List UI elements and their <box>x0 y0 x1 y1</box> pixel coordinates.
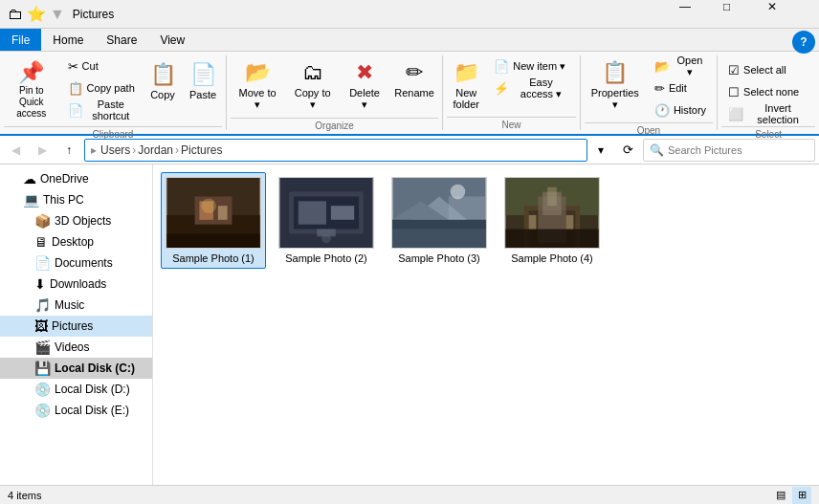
sidebar-item-local-c[interactable]: 💾 Local Disk (C:) <box>0 358 152 379</box>
sidebar-item-videos[interactable]: 🎬 Videos <box>0 337 152 358</box>
paste-shortcut-icon: 📄 <box>68 103 83 118</box>
videos-icon: 🎬 <box>34 340 51 355</box>
title-bar: 🗀 ⭐ ▼ Pictures — □ ✕ <box>0 0 819 29</box>
ribbon-group-organize: 📂 Move to ▾ 🗂 Copy to ▾ ✖ Delete ▾ ✏ Ren… <box>227 55 443 130</box>
copy-button[interactable]: 📋 Copy <box>144 57 182 105</box>
properties-button[interactable]: 📋 Properties ▾ <box>585 55 646 116</box>
forward-button[interactable]: ▶ <box>31 139 54 162</box>
sidebar-item-this-pc[interactable]: 💻 This PC <box>0 189 152 210</box>
delete-button[interactable]: ✖ Delete ▾ <box>341 55 388 116</box>
main-content: ☁ OneDrive 💻 This PC 📦 3D Objects 🖥 Desk… <box>0 164 819 485</box>
open-icon: 📂 <box>654 59 670 74</box>
copy-icon: 📋 <box>150 62 176 87</box>
documents-icon: 📄 <box>34 255 51 271</box>
file-item-photo4[interactable]: Sample Photo (4) <box>499 172 605 269</box>
svg-rect-20 <box>449 196 486 219</box>
svg-rect-28 <box>547 187 557 206</box>
music-icon: 🎵 <box>34 297 51 313</box>
svg-rect-4 <box>218 206 228 220</box>
ribbon-group-new: 📁 Newfolder 📄 New item ▾ ⚡ Easy access ▾… <box>443 55 581 130</box>
pin-quick-access-button[interactable]: 📌 Pin to Quickaccess <box>4 55 59 124</box>
svg-point-5 <box>201 198 216 213</box>
copy-path-icon: 📋 <box>68 81 83 96</box>
svg-rect-6 <box>166 233 259 248</box>
help-button[interactable]: ? <box>792 31 815 54</box>
photo3-label: Sample Photo (3) <box>398 252 480 264</box>
sidebar-item-3d-objects[interactable]: 📦 3D Objects <box>0 210 152 231</box>
move-to-button[interactable]: 📂 Move to ▾ <box>231 55 284 116</box>
move-icon: 📂 <box>245 60 271 85</box>
item-count: 4 items <box>8 490 41 501</box>
local-c-icon: 💾 <box>34 361 51 376</box>
file-item-photo3[interactable]: Sample Photo (3) <box>387 172 492 269</box>
tab-share[interactable]: Share <box>95 29 148 51</box>
new-item-button[interactable]: 📄 New item ▾ <box>487 55 576 77</box>
photo4-label: Sample Photo (4) <box>511 252 593 264</box>
local-d-icon: 💿 <box>34 382 51 397</box>
tab-view[interactable]: View <box>148 29 196 51</box>
new-buttons: 📁 Newfolder 📄 New item ▾ ⚡ Easy access ▾ <box>447 55 576 115</box>
close-button[interactable]: ✕ <box>767 0 811 29</box>
path-part-users[interactable]: Users <box>100 143 130 157</box>
tab-home[interactable]: Home <box>41 29 95 51</box>
copy-to-button[interactable]: 🗂 Copy to ▾ <box>286 55 339 116</box>
pictures-icon: 🖼 <box>34 318 48 334</box>
svg-rect-11 <box>331 206 354 220</box>
path-part-jordan[interactable]: Jordan <box>138 143 173 157</box>
details-view-button[interactable]: ▤ <box>771 487 790 504</box>
svg-rect-10 <box>299 201 326 224</box>
select-all-button[interactable]: ☑ Select all <box>721 59 815 80</box>
address-path[interactable]: ▸ Users › Jordan › Pictures <box>84 139 587 162</box>
maximize-button[interactable]: □ <box>723 0 767 29</box>
edit-button[interactable]: ✏ Edit <box>648 77 713 99</box>
sidebar-item-downloads[interactable]: ⬇ Downloads <box>0 274 152 295</box>
address-bar: ◀ ▶ ↑ ▸ Users › Jordan › Pictures ▾ ⟳ 🔍 <box>0 136 819 164</box>
photo2-label: Sample Photo (2) <box>285 252 367 264</box>
tiles-view-button[interactable]: ⊞ <box>792 487 811 504</box>
copy-path-button[interactable]: 📋 Copy path <box>61 77 142 99</box>
path-separator: ▸ <box>91 143 97 157</box>
invert-icon: ⬜ <box>728 107 743 121</box>
tab-file[interactable]: File <box>0 29 41 51</box>
minimize-button[interactable]: — <box>679 0 723 29</box>
new-col: 📄 New item ▾ ⚡ Easy access ▾ <box>487 55 576 99</box>
history-button[interactable]: 🕐 History <box>648 99 713 121</box>
sidebar-item-local-d[interactable]: 💿 Local Disk (D:) <box>0 379 152 400</box>
file-item-photo1[interactable]: Sample Photo (1) <box>161 172 266 269</box>
easy-access-button[interactable]: ⚡ Easy access ▾ <box>487 77 576 99</box>
view-buttons: ▤ ⊞ <box>771 487 811 504</box>
path-part-pictures[interactable]: Pictures <box>181 143 222 157</box>
sidebar-item-music[interactable]: 🎵 Music <box>0 295 152 316</box>
svg-point-21 <box>451 185 466 200</box>
easy-access-icon: ⚡ <box>494 81 509 96</box>
open-button[interactable]: 📂 Open ▾ <box>648 55 713 77</box>
rename-button[interactable]: ✏ Rename <box>390 55 438 103</box>
new-item-icon: 📄 <box>494 59 509 74</box>
paste-button[interactable]: 📄 Paste <box>184 57 222 105</box>
sidebar-item-documents[interactable]: 📄 Documents <box>0 252 152 274</box>
sidebar-item-pictures[interactable]: 🖼 Pictures <box>0 316 152 337</box>
invert-selection-button[interactable]: ⬜ Invert selection <box>721 103 815 124</box>
photo2-thumbnail <box>278 177 374 249</box>
back-button[interactable]: ◀ <box>4 139 27 162</box>
paste-shortcut-button[interactable]: 📄 Paste shortcut <box>61 99 142 121</box>
sidebar-item-onedrive[interactable]: ☁ OneDrive <box>0 168 152 189</box>
new-label: New <box>447 117 576 132</box>
file-item-photo2[interactable]: Sample Photo (2) <box>274 172 379 269</box>
select-all-icon: ☑ <box>728 63 740 77</box>
open-buttons: 📋 Properties ▾ 📂 Open ▾ ✏ Edit 🕐 History <box>585 55 713 121</box>
photo3-thumbnail <box>391 177 487 249</box>
cut-button[interactable]: ✂ Cut <box>61 55 142 77</box>
new-folder-button[interactable]: 📁 Newfolder <box>447 55 485 115</box>
refresh-button[interactable]: ⟳ <box>616 139 639 162</box>
up-button[interactable]: ↑ <box>57 139 80 162</box>
ribbon-group-select: ☑ Select all ☐ Select none ⬜ Invert sele… <box>718 55 819 130</box>
local-e-icon: 💿 <box>34 403 51 418</box>
search-input[interactable] <box>668 144 808 156</box>
photo4-thumbnail <box>504 177 600 249</box>
select-none-button[interactable]: ☐ Select none <box>721 81 815 102</box>
file-area: Sample Photo (1) Sample Photo (2) <box>153 164 819 485</box>
address-dropdown-button[interactable]: ▾ <box>589 139 612 162</box>
sidebar-item-local-e[interactable]: 💿 Local Disk (E:) <box>0 400 152 421</box>
sidebar-item-desktop[interactable]: 🖥 Desktop <box>0 231 152 252</box>
